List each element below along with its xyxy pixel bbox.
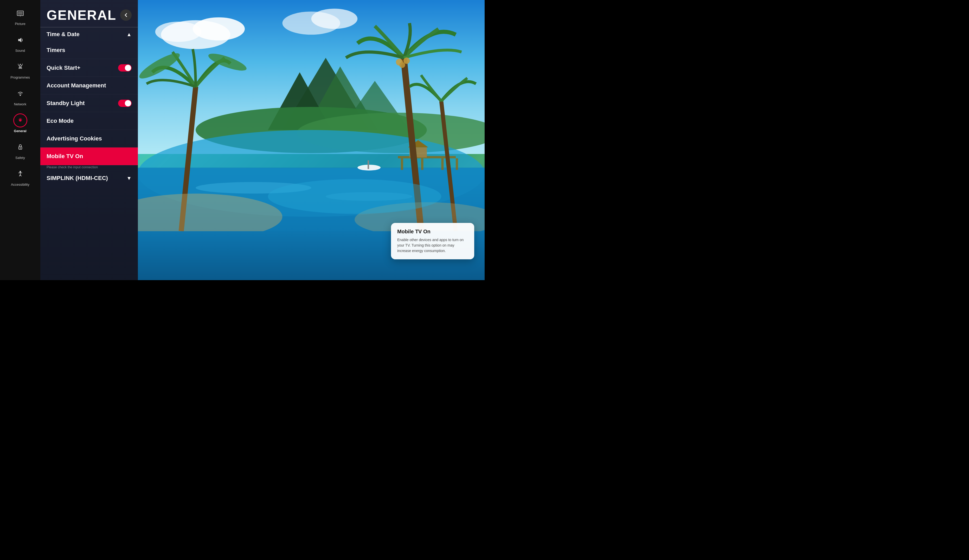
- item-label: Quick Start+: [47, 65, 118, 71]
- tooltip-title: Mobile TV On: [397, 229, 468, 234]
- panel-header: GENERAL: [40, 0, 138, 25]
- svg-point-42: [206, 50, 248, 74]
- back-button[interactable]: [120, 9, 132, 21]
- svg-point-20: [311, 8, 358, 29]
- menu-item-standby-light[interactable]: Standby Light: [40, 95, 138, 112]
- section-header-simplink[interactable]: SIMPLINK (HDMI-CEC) ▼: [40, 171, 138, 185]
- section-label: SIMPLINK (HDMI-CEC): [47, 175, 108, 181]
- svg-rect-32: [368, 161, 369, 169]
- sidebar-item-label: Picture: [15, 22, 25, 26]
- menu-item-quick-start[interactable]: Quick Start+: [40, 59, 138, 77]
- item-label: Account Management: [47, 82, 132, 89]
- svg-point-7: [20, 95, 21, 96]
- item-label: Eco Mode: [47, 118, 132, 124]
- picture-icon: [13, 6, 27, 20]
- svg-point-50: [268, 179, 441, 214]
- settings-panel: GENERAL Time & Date ▲ Timers Quick Start…: [40, 0, 138, 280]
- svg-point-5: [19, 65, 21, 67]
- svg-point-18: [155, 22, 201, 42]
- svg-rect-36: [441, 158, 443, 170]
- sidebar-item-safety[interactable]: Safety: [0, 136, 40, 163]
- standby-light-toggle[interactable]: [118, 100, 132, 107]
- item-label: Advertising Cookies: [47, 135, 132, 142]
- menu-list: Time & Date ▲ Timers Quick Start+ Accoun…: [40, 27, 138, 280]
- svg-point-31: [358, 165, 381, 170]
- svg-point-11: [20, 148, 21, 148]
- sidebar-item-sound[interactable]: Sound: [0, 29, 40, 56]
- chevron-down-icon: ▼: [127, 175, 132, 181]
- menu-item-advertising-cookies[interactable]: Advertising Cookies: [40, 130, 138, 148]
- sound-icon: [13, 33, 27, 47]
- network-icon: [13, 86, 27, 101]
- sidebar-item-label: Programmes: [10, 75, 30, 79]
- toggle-knob: [125, 100, 131, 106]
- svg-rect-35: [421, 158, 423, 170]
- toggle-knob: [125, 65, 131, 71]
- item-label: Timers: [47, 47, 132, 53]
- menu-item-mobile-tv-on[interactable]: Mobile TV On: [40, 148, 138, 165]
- svg-point-12: [20, 171, 21, 173]
- svg-point-45: [403, 58, 410, 64]
- sidebar-item-label: Sound: [15, 49, 25, 53]
- preview-panel: Mobile TV On Enable other devices and ap…: [138, 0, 484, 280]
- tooltip-card: Mobile TV On Enable other devices and ap…: [391, 223, 474, 259]
- accessibility-icon: [13, 167, 27, 181]
- section-header-time-date[interactable]: Time & Date ▲: [40, 27, 138, 42]
- sidebar-item-label: Accessibility: [11, 183, 29, 186]
- sidebar-item-network[interactable]: Network: [0, 83, 40, 110]
- svg-rect-37: [456, 158, 458, 170]
- svg-point-17: [193, 17, 245, 41]
- tooltip-body: Enable other devices and apps to turn on…: [397, 237, 468, 254]
- svg-point-46: [399, 62, 405, 68]
- menu-item-eco-mode[interactable]: Eco Mode: [40, 112, 138, 130]
- programmes-icon: [13, 60, 27, 74]
- sidebar-item-general[interactable]: General: [0, 110, 40, 136]
- item-label: Mobile TV On: [47, 153, 132, 160]
- item-label: Standby Light: [47, 100, 118, 106]
- menu-item-account-management[interactable]: Account Management: [40, 77, 138, 95]
- general-icon: [13, 113, 27, 128]
- svg-marker-4: [18, 38, 21, 42]
- sidebar-item-picture[interactable]: Picture: [0, 3, 40, 29]
- sidebar-item-label: Safety: [15, 156, 25, 160]
- sidebar-item-accessibility[interactable]: Accessibility: [0, 163, 40, 190]
- chevron-up-icon: ▲: [127, 32, 132, 37]
- quick-start-toggle[interactable]: [118, 64, 132, 71]
- sidebar-item-label: General: [14, 129, 26, 133]
- sidebar: Picture Sound Programmes: [0, 0, 40, 280]
- sidebar-item-label: Network: [14, 102, 27, 106]
- svg-rect-1: [18, 12, 23, 15]
- svg-rect-34: [401, 158, 403, 170]
- tropical-svg: [138, 0, 484, 231]
- sidebar-item-programmes[interactable]: Programmes: [0, 56, 40, 83]
- menu-item-timers[interactable]: Timers: [40, 42, 138, 59]
- section-label: Time & Date: [47, 31, 80, 38]
- page-title: GENERAL: [47, 7, 116, 23]
- svg-point-41: [138, 50, 182, 83]
- safety-icon: [13, 140, 27, 154]
- input-connection-note: Please check the input connection: [40, 165, 138, 171]
